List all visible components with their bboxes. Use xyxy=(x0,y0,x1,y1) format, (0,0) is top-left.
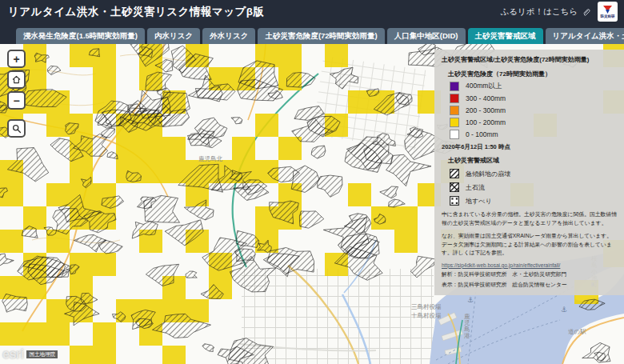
zone-label: 地すべり xyxy=(466,197,492,206)
panel-description-2: なお、実効雨量は国土交通省XRAINレーダ雨量から算出しています。データ欠測率は… xyxy=(442,232,617,258)
header-top: リアルタイム洪水・土砂災害リスク情報マップβ版 ふるリポ！はこちら 防災科研 xyxy=(0,0,624,23)
zone-label: 急傾斜地の崩壊 xyxy=(466,170,510,178)
map-attribution: esri 国土地理院 xyxy=(2,347,58,362)
diagonal-pattern-icon xyxy=(450,169,459,178)
legend-swatch xyxy=(450,106,459,115)
svg-text:⚓: ⚓ xyxy=(561,306,567,314)
map-place-label: 鹿児島港 xyxy=(464,313,470,339)
tab-1[interactable]: 浸水発生危険度(1.5時間実効雨量) xyxy=(16,28,145,45)
map-controls: + − xyxy=(7,50,26,138)
map-place-label: 十島村役場 xyxy=(411,312,442,319)
tab-6[interactable]: 土砂災害警戒区域 xyxy=(468,28,543,45)
map-place-label: 鹿児島北 xyxy=(198,155,223,162)
panel-title: 土砂災害警戒区域/土砂災害危険度(72時間実効雨量) xyxy=(442,55,617,64)
panel-description-1: 中に含まれている水分量の指標。土砂災害の危険度に関係。国土数値情報の土砂災害警戒… xyxy=(442,210,617,227)
tab-5[interactable]: 人口集中地区(DID) xyxy=(387,28,466,45)
gsi-badge: 国土地理院 xyxy=(26,350,58,358)
legend-swatch xyxy=(450,82,459,91)
legend-label: 400mm以上 xyxy=(466,82,502,91)
zone-title: 土砂災害警戒区域 xyxy=(448,156,617,165)
svg-text:⚓: ⚓ xyxy=(467,296,474,304)
header-right: ふるリポ！はこちら 防災科研 xyxy=(501,2,618,22)
page-title: リアルタイム洪水・土砂災害リスク情報マップβ版 xyxy=(8,5,265,19)
legend-label: 300 - 400mm xyxy=(466,94,506,102)
home-icon xyxy=(11,74,22,85)
map-place-label: 道の駅 xyxy=(568,328,586,335)
legend-label: 100 - 200mm xyxy=(466,118,506,126)
risk-legend: 400mm以上300 - 400mm200 - 300mm100 - 200mm… xyxy=(450,82,617,139)
nied-logo-text: 防災科研 xyxy=(601,15,615,19)
tab-3[interactable]: 外水リスク xyxy=(202,28,255,45)
legend-label: 200 - 300mm xyxy=(466,106,506,114)
dots-pattern-icon xyxy=(450,196,459,206)
credit-display: 表示：防災科学技術研究所 総合防災情報センター xyxy=(442,281,617,289)
paperclip-icon xyxy=(582,7,591,17)
credit-analysis: 解析：防災科学技術研究所 水・土砂防災研究部門 xyxy=(442,270,617,278)
legend-panel: 土砂災害警戒区域/土砂災害危険度(72時間実効雨量) 土砂災害危険度（72時間実… xyxy=(434,50,624,295)
zoom-out-button[interactable]: − xyxy=(7,91,26,110)
zone-row-3: 地すべり xyxy=(450,196,617,206)
header: リアルタイム洪水・土砂災害リスク情報マップβ版 ふるリポ！はこちら 防災科研 浸… xyxy=(0,0,624,44)
legend-row-1: 400mm以上 xyxy=(450,82,617,91)
tab-7[interactable]: リアルタイム洪水・土砂災害リスクについて xyxy=(546,28,624,45)
search-icon xyxy=(12,124,22,134)
legend-swatch xyxy=(450,130,459,139)
legend-label: 0 - 100mm xyxy=(466,130,498,138)
nied-logo-mark xyxy=(602,5,613,14)
zone-row-1: 急傾斜地の崩壊 xyxy=(450,169,617,178)
legend-swatch xyxy=(450,94,459,103)
home-button[interactable] xyxy=(7,70,26,89)
map-place-label: 三島村役場 xyxy=(411,303,442,310)
tab-bar: 浸水発生危険度(1.5時間実効雨量)内水リスク外水リスク土砂災害危険度(72時間… xyxy=(0,23,624,44)
esri-logo: esri xyxy=(2,347,23,362)
legend-row-2: 300 - 400mm xyxy=(450,94,617,103)
zone-legend: 急傾斜地の崩壊土石流地すべり xyxy=(450,169,617,206)
fururepo-link[interactable]: ふるリポ！はこちら xyxy=(501,6,591,18)
legend-timestamp: 2020年6月12日 1:50 時点 xyxy=(442,143,617,151)
tab-2[interactable]: 内水リスク xyxy=(147,28,200,45)
zoom-in-button[interactable]: + xyxy=(7,50,26,68)
search-button[interactable] xyxy=(7,119,26,138)
zone-row-2: 土石流 xyxy=(450,182,617,192)
legend-row-5: 0 - 100mm xyxy=(450,130,617,139)
nied-logo[interactable]: 防災科研 xyxy=(598,2,618,22)
fururepo-label: ふるリポ！はこちら xyxy=(501,6,578,18)
zone-label: 土石流 xyxy=(466,183,485,192)
effective-rainfall-link[interactable]: https://sip4dkit-web.bosai.go.jp/rain/ef… xyxy=(442,262,617,268)
legend-row-3: 200 - 300mm xyxy=(450,106,617,115)
legend-title: 土砂災害危険度（72時間実効雨量） xyxy=(448,70,617,78)
legend-row-4: 100 - 200mm xyxy=(450,118,617,127)
legend-swatch xyxy=(450,118,459,127)
cross-pattern-icon xyxy=(450,182,459,192)
tab-4[interactable]: 土砂災害危険度(72時間実効雨量) xyxy=(258,28,384,45)
